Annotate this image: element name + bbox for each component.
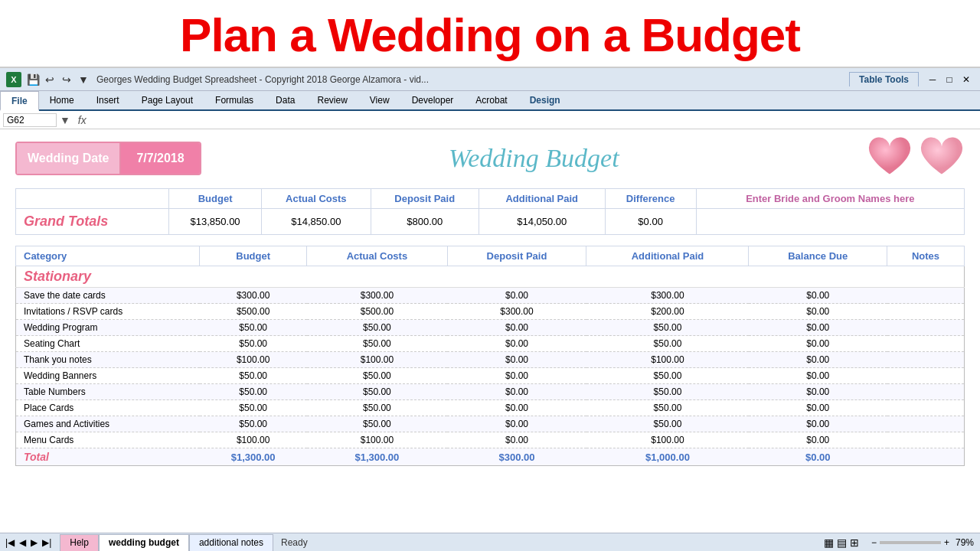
item-name: Invitations / RSVP cards: [16, 304, 200, 320]
tab-developer[interactable]: Developer: [401, 91, 466, 109]
normal-view-icon[interactable]: ▦: [824, 536, 834, 549]
cat-col-budget: Budget: [200, 246, 307, 266]
table-row: Wedding Banners $50.00 $50.00 $0.00 $50.…: [16, 368, 965, 384]
zoom-out-btn[interactable]: −: [871, 537, 877, 548]
item-balance: $0.00: [749, 288, 887, 304]
formula-expand-icon[interactable]: ▼: [60, 114, 70, 126]
item-actual: $50.00: [307, 368, 447, 384]
total-balance: $0.00: [749, 448, 887, 466]
close-btn[interactable]: ✕: [959, 72, 974, 87]
sheet-tab-wedding-budget[interactable]: wedding budget: [99, 534, 189, 551]
tab-view[interactable]: View: [359, 91, 401, 109]
formula-fx-icon: fx: [78, 114, 87, 126]
wedding-date-box: Wedding Date 7/7/2018: [15, 142, 201, 175]
item-balance: $0.00: [749, 320, 887, 336]
item-name: Place Cards: [16, 400, 200, 416]
item-name: Table Numbers: [16, 384, 200, 400]
gt-actual: $14,850.00: [262, 209, 371, 235]
tab-formulas[interactable]: Formulas: [204, 91, 265, 109]
cat-col-balance: Balance Due: [749, 246, 887, 266]
tab-design[interactable]: Design: [519, 91, 572, 109]
tab-data[interactable]: Data: [265, 91, 306, 109]
status-ready: Ready: [273, 537, 315, 548]
cat-col-deposit: Deposit Paid: [447, 246, 586, 266]
item-additional: $50.00: [586, 384, 749, 400]
tab-file[interactable]: File: [0, 91, 39, 111]
page-layout-icon[interactable]: ▤: [837, 536, 847, 549]
item-actual: $50.00: [307, 320, 447, 336]
item-deposit: $0.00: [447, 400, 586, 416]
tab-insert[interactable]: Insert: [86, 91, 131, 109]
title-bar: X 💾 ↩ ↪ ▼ Georges Wedding Budget Spreads…: [0, 68, 980, 91]
wedding-date-label: Wedding Date: [17, 143, 121, 174]
formula-input[interactable]: [91, 115, 977, 126]
stationary-header-row: Stationary: [16, 266, 965, 288]
item-budget: $100.00: [200, 352, 307, 368]
minimize-btn[interactable]: ─: [925, 72, 940, 87]
item-additional: $100.00: [586, 352, 749, 368]
item-budget: $50.00: [200, 320, 307, 336]
page-break-icon[interactable]: ⊞: [850, 536, 859, 549]
total-label: Total: [16, 448, 200, 466]
item-notes: [887, 432, 965, 448]
item-balance: $0.00: [749, 432, 887, 448]
grand-totals-label: Grand Totals: [16, 209, 169, 235]
gt-budget: $13,850.00: [169, 209, 262, 235]
item-additional: $300.00: [586, 288, 749, 304]
undo-btn[interactable]: ↩: [43, 73, 57, 86]
tab-home[interactable]: Home: [39, 91, 86, 109]
item-notes: [887, 368, 965, 384]
sheet-last-btn[interactable]: ▶|: [40, 537, 54, 548]
table-row: Thank you notes $100.00 $100.00 $0.00 $1…: [16, 352, 965, 368]
sheet-next-btn[interactable]: ▶: [28, 537, 40, 548]
item-balance: $0.00: [749, 336, 887, 352]
item-deposit: $0.00: [447, 432, 586, 448]
heart-1: [867, 137, 913, 179]
wedding-date-value[interactable]: 7/7/2018: [121, 143, 199, 174]
item-deposit: $0.00: [447, 336, 586, 352]
table-row: Wedding Program $50.00 $50.00 $0.00 $50.…: [16, 320, 965, 336]
redo-btn[interactable]: ↪: [60, 73, 74, 86]
gt-col-difference: Difference: [605, 189, 696, 209]
cell-reference[interactable]: [3, 113, 57, 127]
sheet-prev-btn[interactable]: ◀: [17, 537, 28, 548]
category-table: Category Budget Actual Costs Deposit Pai…: [15, 246, 965, 466]
formula-bar: ▼ fx: [0, 111, 980, 129]
item-actual: $100.00: [307, 352, 447, 368]
tab-review[interactable]: Review: [306, 91, 358, 109]
sheet-tab-additional-notes[interactable]: additional notes: [189, 534, 273, 551]
sheet-tab-help[interactable]: Help: [60, 534, 99, 551]
budget-content: Wedding Date 7/7/2018 Wedding Budget: [0, 129, 980, 466]
heart-2: [919, 137, 965, 179]
gt-col-label: [16, 189, 169, 209]
sheet-first-btn[interactable]: |◀: [3, 537, 17, 548]
item-deposit: $0.00: [447, 368, 586, 384]
item-deposit: $300.00: [447, 304, 586, 320]
header-section: Wedding Date 7/7/2018 Wedding Budget: [15, 137, 965, 179]
dropdown-btn[interactable]: ▼: [77, 73, 90, 86]
item-budget: $50.00: [200, 416, 307, 432]
item-deposit: $0.00: [447, 384, 586, 400]
gt-col-names[interactable]: Enter Bride and Groom Names here: [696, 189, 964, 209]
item-deposit: $0.00: [447, 416, 586, 432]
zoom-in-btn[interactable]: +: [944, 537, 949, 548]
item-budget: $300.00: [200, 288, 307, 304]
gt-col-actual: Actual Costs: [262, 189, 371, 209]
item-actual: $50.00: [307, 416, 447, 432]
window-title: Georges Wedding Budget Spreadsheet - Cop…: [96, 74, 849, 85]
restore-btn[interactable]: □: [942, 72, 957, 87]
item-budget: $500.00: [200, 304, 307, 320]
item-notes: [887, 320, 965, 336]
save-quick-btn[interactable]: 💾: [26, 73, 40, 86]
total-row: Total $1,300.00 $1,300.00 $300.00 $1,000…: [16, 448, 965, 466]
zoom-slider[interactable]: [880, 541, 941, 544]
item-name: Wedding Program: [16, 320, 200, 336]
table-tools-tab[interactable]: Table Tools: [849, 72, 919, 86]
item-additional: $100.00: [586, 432, 749, 448]
item-notes: [887, 352, 965, 368]
tab-acrobat[interactable]: Acrobat: [465, 91, 518, 109]
item-notes: [887, 288, 965, 304]
item-balance: $0.00: [749, 304, 887, 320]
tab-page-layout[interactable]: Page Layout: [131, 91, 204, 109]
gt-difference: $0.00: [605, 209, 696, 235]
